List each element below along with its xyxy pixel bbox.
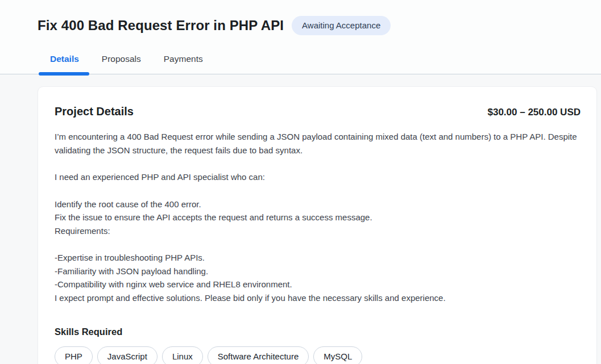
- skill-chip-php[interactable]: PHP: [55, 346, 93, 364]
- title-row: Fix 400 Bad Request Error in PHP API Awa…: [38, 15, 601, 36]
- page-content: Project Details $30.00 – 250.00 USD I’m …: [0, 74, 601, 364]
- active-tab-indicator: [39, 72, 89, 76]
- page-header: Fix 400 Bad Request Error in PHP API Awa…: [0, 0, 601, 74]
- tab-proposals-label: Proposals: [102, 54, 141, 64]
- tab-bar: Details Proposals Payments: [39, 54, 601, 74]
- status-badge: Awaiting Acceptance: [292, 16, 391, 35]
- skill-chip-mysql[interactable]: MySQL: [313, 346, 362, 364]
- project-details-heading: Project Details: [55, 104, 134, 118]
- tab-details-label: Details: [50, 54, 79, 64]
- skills-list: PHP JavaScript Linux Software Architectu…: [55, 346, 581, 364]
- project-description: I’m encountering a 400 Bad Request error…: [55, 130, 581, 304]
- tab-payments[interactable]: Payments: [152, 54, 214, 74]
- card-header: Project Details $30.00 – 250.00 USD: [55, 104, 581, 118]
- skill-chip-javascript[interactable]: JavaScript: [97, 346, 157, 364]
- description-paragraph: I’m encountering a 400 Bad Request error…: [55, 130, 581, 157]
- skills-required-heading: Skills Required: [55, 326, 581, 337]
- tab-details[interactable]: Details: [39, 54, 90, 74]
- project-budget: $30.00 – 250.00 USD: [487, 107, 581, 118]
- description-paragraph: I need an experienced PHP and API specia…: [55, 170, 581, 184]
- description-paragraph: Identify the root cause of the 400 error…: [55, 198, 581, 238]
- project-details-card: Project Details $30.00 – 250.00 USD I’m …: [38, 86, 597, 364]
- description-paragraph: -Expertise in troubleshooting PHP APIs. …: [55, 251, 581, 304]
- tab-proposals[interactable]: Proposals: [90, 54, 152, 74]
- project-title: Fix 400 Bad Request Error in PHP API: [38, 17, 284, 34]
- tab-payments-label: Payments: [164, 54, 203, 64]
- skill-chip-software-architecture[interactable]: Software Architecture: [208, 346, 309, 364]
- skill-chip-linux[interactable]: Linux: [162, 346, 203, 364]
